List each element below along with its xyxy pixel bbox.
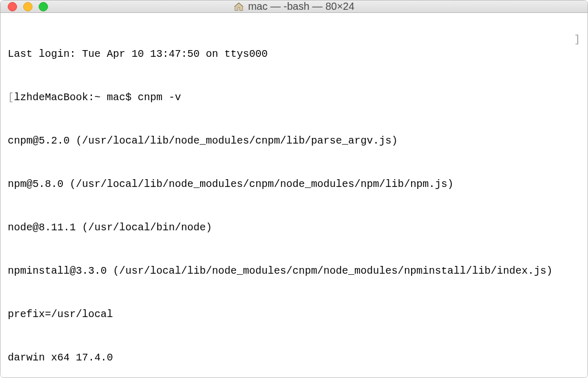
traffic-lights: [8, 2, 48, 11]
output-line: npm@5.8.0 (/usr/local/lib/node_modules/c…: [8, 177, 580, 192]
output-line: prefix=/usr/local: [8, 307, 580, 322]
close-button[interactable]: [8, 2, 17, 11]
window-title: mac — -bash — 80×24: [248, 1, 354, 12]
output-line: cnpm@5.2.0 (/usr/local/lib/node_modules/…: [8, 134, 580, 148]
output-line: npminstall@3.3.0 (/usr/local/lib/node_mo…: [8, 264, 580, 278]
output-line: darwin x64 17.4.0: [8, 351, 580, 365]
titlebar[interactable]: mac — -bash — 80×24: [1, 1, 587, 13]
terminal-window: mac — -bash — 80×24 Last login: Tue Apr …: [0, 0, 588, 378]
right-bracket: ]: [574, 33, 580, 47]
title-wrap: mac — -bash — 80×24: [234, 1, 354, 12]
terminal-body[interactable]: Last login: Tue Apr 10 13:47:50 on ttys0…: [1, 13, 587, 378]
minimize-button[interactable]: [23, 2, 32, 11]
output-line: Last login: Tue Apr 10 13:47:50 on ttys0…: [8, 47, 580, 61]
output-line: node@8.11.1 (/usr/local/bin/node): [8, 220, 580, 235]
zoom-button[interactable]: [39, 2, 48, 11]
home-icon: [234, 2, 244, 12]
prompt-command: lzhdeMacBook:~ mac$ cnpm -v: [14, 91, 181, 103]
left-bracket: [: [8, 91, 14, 103]
output-line: [lzhdeMacBook:~ mac$ cnpm -v: [8, 90, 580, 105]
